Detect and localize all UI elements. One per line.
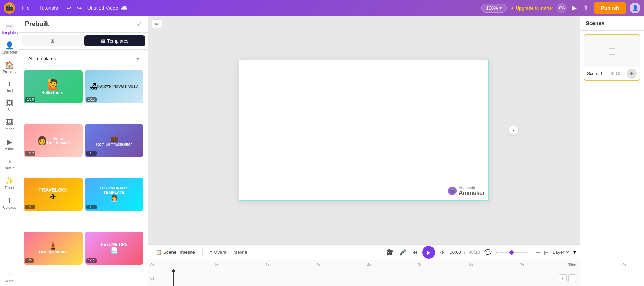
canvas-corner-button[interactable]: ▭ — [152, 19, 162, 28]
overall-timeline-tab[interactable]: ≡ Overall Timeline — [205, 247, 252, 257]
template-card-5[interactable]: TRAVELGO! ✈ 1/11 — [24, 178, 83, 211]
user-avatar[interactable]: 👤 — [630, 3, 640, 13]
timeline-time-left: 0s — [150, 276, 155, 280]
ruler-4s: 4s — [367, 263, 371, 267]
title-area: Untitled Video ☁️ — [87, 5, 128, 11]
music-label: Music — [5, 166, 14, 170]
ruler-7s: 7s — [520, 263, 524, 267]
project-title: Untitled Video — [87, 5, 118, 11]
zoom-slider-area: − + — [496, 250, 532, 255]
skip-back-button[interactable]: ⏮ — [411, 248, 419, 257]
play-button[interactable]: ▶ — [422, 246, 435, 259]
canvas-wrapper: 🎬 Made with Animaker — [239, 60, 489, 201]
share-button[interactable]: ⇧ — [582, 3, 590, 13]
template-card-2[interactable]: 🏖 DAISY'S PRIVATE VILLA 1/15 — [85, 70, 144, 103]
app-logo[interactable]: 🎬 — [4, 2, 15, 14]
sidebar-item-video[interactable]: ▶ Video — [1, 135, 19, 154]
layer-select[interactable]: Layer — [551, 249, 570, 255]
sidebar-item-uploads[interactable]: ⬆ Uploads — [1, 193, 19, 212]
bottom-bar: 📋 Scene Timeline ≡ Overall Timeline 🎥 🎤 … — [148, 244, 580, 286]
camera-button[interactable]: 🎥 — [385, 247, 395, 257]
scene-timeline-label: Scene Timeline — [163, 250, 195, 255]
video-label: Video — [5, 147, 14, 151]
layer-chevron-icon: ▾ — [573, 249, 576, 256]
topbar: 🎬 File Tutorials ↩ ↪ Untitled Video ☁️ 1… — [0, 0, 644, 16]
property-label: Property — [3, 70, 16, 74]
uploads-icon: ⬆ — [6, 196, 13, 205]
template-card-6[interactable]: TESTIMONIALSTEMPLATE 👩‍💼 1/11 — [85, 178, 144, 211]
template-card-1[interactable]: 🙋 Hello there! 1/10 — [24, 70, 83, 103]
template-badge-5: 1/11 — [25, 205, 35, 209]
tutorials-menu[interactable]: Tutorials — [36, 4, 61, 12]
collapse-panel-button[interactable]: ‹ — [509, 125, 519, 135]
timeline-ruler: 0s 1s 2s 3s 4s 5s 6s 7s 8s 9s 10s Time — [148, 260, 580, 270]
sidebar-item-property[interactable]: 🏠 Property — [1, 58, 19, 77]
property-icon: 🏠 — [5, 61, 14, 69]
mic-button[interactable]: 🎤 — [398, 247, 408, 257]
more-icon: ··· — [6, 270, 13, 278]
tab-row: ⊞ ▦ Templates — [19, 33, 148, 50]
playhead[interactable] — [173, 270, 174, 286]
sidebar-item-more[interactable]: ··· More — [1, 267, 19, 286]
grid-tab-icon: ⊞ — [50, 38, 54, 44]
template-card-3[interactable]: 👩 Hello!I am Susan! 1/12 — [24, 124, 83, 157]
sidebar-item-character[interactable]: 👤 Character — [1, 38, 19, 57]
template-badge-2: 1/15 — [86, 97, 97, 102]
center-area: ▭ 🎬 Made with Animaker ‹ 📋 S — [148, 16, 580, 286]
templates-tab-label: Templates — [107, 38, 128, 44]
ruler-3s: 3s — [316, 263, 320, 267]
template-badge-3: 1/12 — [25, 151, 35, 156]
character-label: Character — [2, 50, 18, 54]
templates-panel: Prebuilt ⤢ ⊞ ▦ Templates All Templates B… — [19, 16, 148, 286]
redo-button[interactable]: ↪ — [75, 3, 84, 13]
sidebar-item-bg[interactable]: 🖼 Bg — [1, 96, 19, 115]
timeline-divider — [202, 249, 203, 256]
main-layout: ▦ Templates 👤 Character 🏠 Property T Tex… — [0, 16, 644, 286]
sidebar-item-templates[interactable]: ▦ Templates — [1, 19, 19, 38]
add-time-button[interactable]: + — [559, 274, 567, 282]
upgrade-button[interactable]: ★ Upgrade to starter — [510, 5, 553, 11]
scenes-header: Scenes — [580, 16, 644, 31]
zoom-plus-icon: + — [530, 250, 532, 255]
watermark-logo: 🎬 — [448, 187, 457, 195]
template-card-7[interactable]: 💄 Beauty Parlour 1/9 — [24, 232, 83, 265]
zoom-slider[interactable] — [500, 252, 528, 253]
zoom-control[interactable]: 100% ▾ — [481, 4, 506, 13]
caption-button[interactable]: 💬 — [483, 247, 493, 257]
text-icon: T — [8, 80, 11, 88]
sidebar-item-text[interactable]: T Text — [1, 78, 19, 95]
save-cloud-icon[interactable]: ☁️ — [121, 5, 128, 11]
uploads-label: Uploads — [3, 206, 16, 209]
tab-grid[interactable]: ⊞ — [22, 35, 83, 46]
scene-timeline-tab[interactable]: 📋 Scene Timeline — [152, 247, 199, 257]
templates-tab-icon: ▦ — [101, 38, 105, 44]
sidebar-item-music[interactable]: ♪ Music — [1, 154, 19, 173]
panel-expand-button[interactable]: ⤢ — [137, 20, 142, 28]
publish-button[interactable]: Publish — [594, 2, 626, 14]
character-icon: 👤 — [5, 41, 14, 50]
file-menu[interactable]: File — [19, 4, 33, 12]
watermark-text-area: Made with Animaker — [459, 186, 485, 196]
add-scene-button[interactable]: + — [627, 69, 637, 79]
sidebar-item-effect[interactable]: ✨ Effect — [1, 174, 19, 193]
canvas-top-left: ▭ — [152, 19, 162, 28]
record-button[interactable]: ▶ — [570, 3, 578, 13]
template-filter-select[interactable]: All Templates Business Education Social … — [24, 53, 143, 64]
effect-icon: ✨ — [5, 177, 14, 185]
time-separator: / — [464, 249, 465, 256]
template-card-4[interactable]: 💼 Team Communication 1/11 — [85, 124, 144, 157]
scene-item-1[interactable]: □ Scene 1 00:10 + — [584, 34, 640, 81]
undo-button[interactable]: ↩ — [64, 3, 73, 13]
ruler-5s: 5s — [418, 263, 422, 267]
sidebar-item-image[interactable]: 🖼 Image — [1, 115, 19, 134]
template-badge-1: 1/10 — [25, 97, 35, 102]
templates-label: Templates — [1, 31, 18, 35]
timeline-content: 0s + − — [148, 270, 580, 286]
percent-badge: 0% — [557, 3, 567, 13]
tab-templates[interactable]: ▦ Templates — [84, 35, 145, 46]
template-card-8[interactable]: RESUME TIPS 📄 1/12 — [85, 232, 144, 265]
total-time: 00:10 — [468, 250, 480, 255]
filter-row: All Templates Business Education Social … — [19, 50, 148, 67]
skip-forward-button[interactable]: ⏭ — [438, 248, 447, 257]
remove-time-button[interactable]: − — [568, 274, 576, 282]
